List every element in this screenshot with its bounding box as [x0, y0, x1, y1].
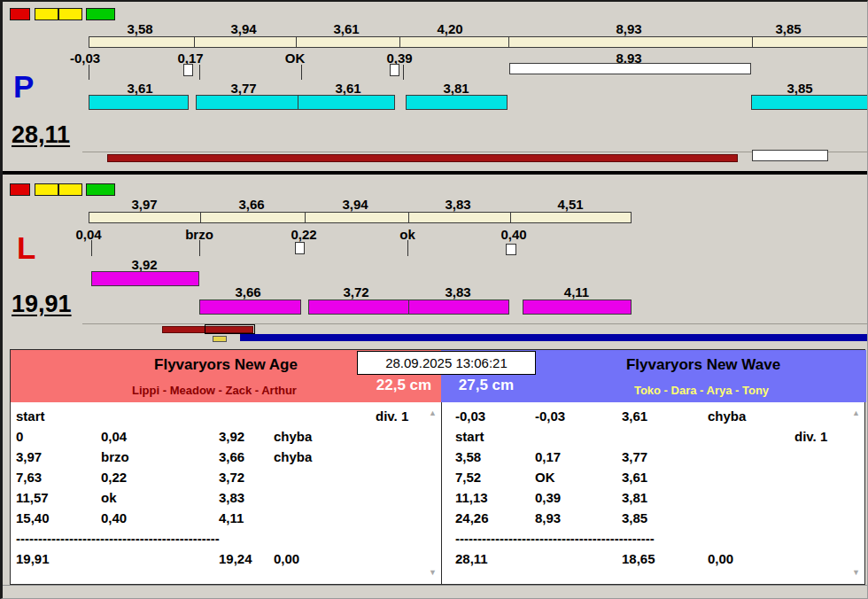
table-row: -0,03 -0,03 3,61 chyba [441, 406, 864, 426]
cell: 0,04 [101, 426, 219, 447]
team-right-name: Flyvaryors New Wave [626, 356, 780, 374]
timestamp-box: 28.09.2025 13:06:21 [357, 351, 536, 375]
separator-row: ----------------------------------------… [441, 528, 864, 548]
cell: chyba [708, 406, 794, 426]
cell: 3,77 [622, 447, 708, 467]
cell [794, 548, 864, 569]
cell: 0,40 [101, 508, 219, 528]
lap-time-label: 4,20 [437, 21, 462, 36]
cell: div. 1 [376, 406, 427, 426]
cell [708, 508, 794, 528]
team-left-table: start div. 1 0 0,04 3,92 chyba 3,97 brzo… [11, 406, 427, 569]
cell: 3,72 [219, 467, 274, 487]
cell [794, 447, 864, 467]
separator-row: ----------------------------------------… [11, 528, 427, 548]
progress-marker-box [752, 150, 828, 161]
scroll-down-icon[interactable]: ▼ [429, 568, 437, 577]
status-light-green [86, 183, 115, 196]
lap-bar-divider [399, 36, 400, 48]
cell [794, 508, 864, 528]
checkpoint-tick [403, 65, 404, 80]
lap-bar-divider [408, 212, 409, 223]
checkpoint-tick [199, 240, 200, 256]
progress-track [82, 152, 868, 152]
cell [274, 508, 376, 528]
status-light-red [10, 8, 30, 20]
table-row: 11,57 ok 3,83 [11, 487, 427, 508]
cell: 19,24 [219, 548, 274, 569]
table-row: 7,63 0,22 3,72 [11, 467, 427, 487]
checkpoint-label: 0,40 [500, 227, 526, 242]
table-row: 24,26 8,93 3,85 [441, 508, 864, 528]
checkpoint-tick [301, 65, 302, 80]
cell: 24,26 [441, 508, 535, 528]
team-left-name: Flyvaryors New Age [154, 356, 298, 374]
cell: 3,83 [219, 487, 274, 508]
table-row: 3,58 0,17 3,77 [441, 447, 864, 467]
checkpoint-tick [89, 65, 89, 80]
status-light-green [86, 8, 115, 20]
checkpoint-tick [91, 240, 92, 256]
checkpoint-checkbox[interactable] [390, 64, 399, 76]
cell [535, 426, 622, 447]
table-row: 11,13 0,39 3,81 [441, 487, 864, 508]
cell: -0,03 [535, 406, 622, 426]
split-time-label: 3,92 [131, 257, 157, 272]
split-time-label: 4,11 [564, 284, 589, 300]
cell: 3,66 [219, 447, 274, 467]
split-bar [406, 95, 508, 110]
cell [376, 426, 427, 447]
lap-bar-divider [752, 36, 753, 48]
table-row: start div. 1 [441, 426, 864, 447]
team-left-members: Lippi - Meadow - Zack - Arthur [132, 384, 297, 397]
scroll-down-icon[interactable]: ▼ [852, 568, 860, 577]
cell [794, 487, 864, 508]
track-letter-l: L [17, 232, 35, 263]
totals-row: 19,91 19,24 0,00 [11, 548, 427, 569]
cell [376, 487, 427, 508]
cell: 15,40 [11, 508, 101, 528]
checkpoint-label: -0,03 [70, 51, 100, 66]
lap-time-label: 3,94 [342, 197, 368, 212]
cell [101, 406, 219, 426]
table-row: 15,40 0,40 4,11 [11, 508, 427, 528]
lap-bar-divider [200, 212, 201, 223]
cell: 3,81 [622, 487, 708, 508]
lap-bar-divider [508, 36, 509, 48]
cell [376, 447, 427, 467]
checkpoint-checkbox[interactable] [183, 64, 193, 76]
progress-bar-red [107, 154, 738, 162]
checkpoint-label: OK [285, 51, 306, 66]
split-bar [751, 95, 868, 110]
cell: 0,39 [535, 487, 622, 508]
cell: 0,00 [274, 548, 376, 569]
checkpoint-label: 0,04 [75, 227, 101, 242]
cell: start [11, 406, 101, 426]
split-time-label: 3,85 [787, 81, 812, 96]
cell [219, 406, 274, 426]
marker-outline-box [205, 324, 255, 334]
lap-bar-divider [194, 36, 195, 48]
scroll-up-icon[interactable]: ▲ [429, 408, 437, 417]
cell: 18,65 [622, 548, 708, 569]
split-time-label: 3,83 [445, 284, 470, 300]
lap-time-label: 3,61 [333, 21, 359, 36]
cell [274, 406, 376, 426]
checkpoint-checkbox[interactable] [506, 244, 516, 255]
separator-dashes: ----------------------------------------… [11, 528, 427, 548]
cell: 11,13 [441, 487, 535, 508]
cell: 3,58 [441, 447, 535, 467]
marker-yellow [213, 336, 227, 342]
cell [708, 487, 794, 508]
status-light-red [10, 183, 30, 196]
lap-bar-l [89, 212, 632, 223]
cell: 7,63 [11, 467, 101, 487]
checkpoint-checkbox[interactable] [295, 242, 305, 254]
split-bar [523, 300, 632, 315]
lap-time-label: 4,51 [557, 197, 583, 212]
table-row: 7,52 OK 3,61 [441, 467, 864, 487]
scroll-up-icon[interactable]: ▲ [852, 408, 860, 417]
cell [708, 426, 794, 447]
table-row: 3,97 brzo 3,66 chyba [11, 447, 427, 467]
split-time-label: 3,61 [335, 81, 360, 96]
